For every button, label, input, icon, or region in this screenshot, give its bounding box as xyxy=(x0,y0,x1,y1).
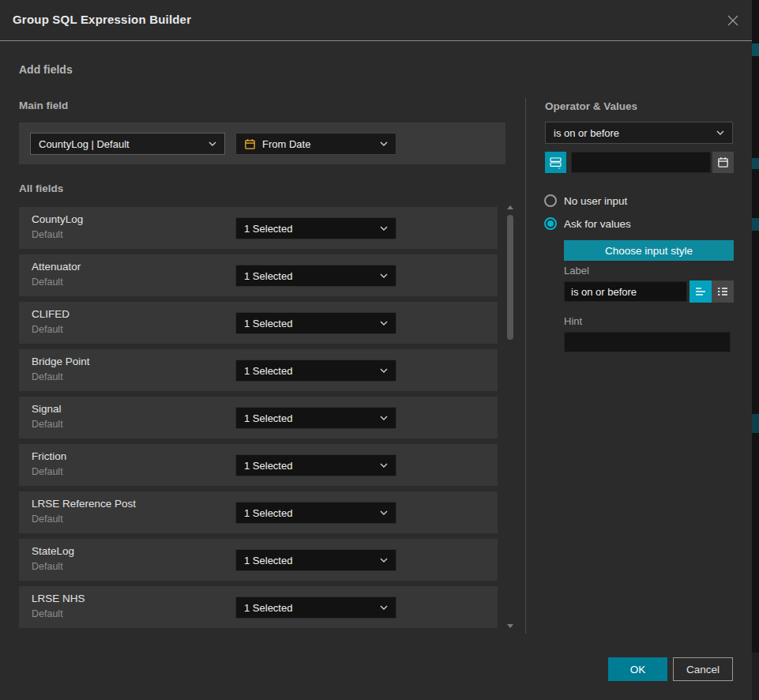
field-sublabel: Default xyxy=(32,371,63,382)
field-name: Friction xyxy=(32,450,66,462)
chevron-down-icon xyxy=(380,321,388,326)
calendar-date-icon xyxy=(244,138,256,150)
label-input[interactable] xyxy=(564,281,687,302)
field-sublabel: Default xyxy=(32,466,63,477)
chevron-down-icon xyxy=(380,368,388,373)
selected-count: 1 Selected xyxy=(244,270,380,282)
main-field-label: Main field xyxy=(19,100,68,111)
main-field-select-value: From Date xyxy=(262,138,380,150)
all-fields-label: All fields xyxy=(19,183,63,194)
background-accent-fragment xyxy=(752,43,759,56)
chevron-down-icon xyxy=(380,463,388,468)
field-selected-dropdown[interactable]: 1 Selected xyxy=(235,217,396,239)
selected-count: 1 Selected xyxy=(244,412,380,424)
main-layer-select[interactable]: CountyLog | Default xyxy=(30,133,225,155)
field-row: LRSE Reference PostDefault1 Selected xyxy=(19,491,498,533)
scroll-up-arrow[interactable] xyxy=(506,205,514,209)
field-sublabel: Default xyxy=(32,229,63,240)
background-accent-fragment xyxy=(752,414,759,433)
chevron-down-icon xyxy=(716,130,724,135)
hint-caption: Hint xyxy=(564,315,582,327)
radio-no-user-input[interactable]: No user input xyxy=(544,194,627,207)
selected-count: 1 Selected xyxy=(244,365,380,377)
selected-count: 1 Selected xyxy=(244,318,380,329)
panel-divider xyxy=(525,98,526,634)
background-accent-fragment xyxy=(752,218,759,231)
selected-count: 1 Selected xyxy=(244,507,380,519)
dialog-titlebar: Group SQL Expression Builder xyxy=(0,0,752,41)
input-type-button[interactable] xyxy=(545,152,566,173)
field-sublabel: Default xyxy=(32,608,63,619)
field-selected-dropdown[interactable]: 1 Selected xyxy=(235,359,396,382)
selected-count: 1 Selected xyxy=(244,460,380,472)
value-input[interactable] xyxy=(571,152,711,173)
radio-ask-for-values-label: Ask for values xyxy=(564,218,631,230)
chevron-down-icon xyxy=(380,141,388,146)
field-sublabel: Default xyxy=(32,561,63,572)
field-name: StateLog xyxy=(32,545,74,557)
field-selected-dropdown[interactable]: 1 Selected xyxy=(235,407,396,429)
dialog-title: Group SQL Expression Builder xyxy=(13,13,191,26)
background-accent-fragment xyxy=(752,653,759,700)
field-name: LRSE Reference Post xyxy=(32,498,136,510)
choose-input-style-button[interactable]: Choose input style xyxy=(564,240,734,261)
background-page-strip xyxy=(752,0,759,700)
field-name: CLIFED xyxy=(32,308,70,320)
main-layer-select-value: CountyLog | Default xyxy=(39,138,209,150)
field-row: SignalDefault1 Selected xyxy=(19,397,498,438)
close-icon[interactable] xyxy=(723,11,742,30)
selected-count: 1 Selected xyxy=(244,602,380,614)
main-field-band: CountyLog | Default From Date xyxy=(19,122,505,164)
background-accent-fragment xyxy=(752,158,759,169)
field-selected-dropdown[interactable]: 1 Selected xyxy=(235,549,396,571)
chevron-down-icon xyxy=(209,141,216,146)
field-selected-dropdown[interactable]: 1 Selected xyxy=(235,597,396,619)
calendar-icon xyxy=(717,156,729,168)
field-row: AttenuatorDefault1 Selected xyxy=(19,254,498,296)
field-row: LRSE NHSDefault1 Selected xyxy=(19,586,498,628)
group-sql-expression-builder-dialog: Group SQL Expression Builder Add fields … xyxy=(0,0,752,700)
hint-input[interactable] xyxy=(564,332,731,352)
date-picker-button[interactable] xyxy=(712,152,734,173)
radio-no-user-input-label: No user input xyxy=(564,195,627,207)
field-sublabel: Default xyxy=(32,277,63,288)
scroll-down-arrow[interactable] xyxy=(506,623,514,628)
bulleted-list-icon xyxy=(716,286,729,297)
field-name: Bridge Point xyxy=(32,356,90,367)
field-selected-dropdown[interactable]: 1 Selected xyxy=(235,454,396,476)
radio-selected-icon xyxy=(544,217,557,230)
field-name: Signal xyxy=(32,403,62,415)
field-name: LRSE NHS xyxy=(32,593,85,604)
chevron-down-icon xyxy=(380,605,388,610)
cancel-button[interactable]: Cancel xyxy=(673,657,733,681)
field-sublabel: Default xyxy=(32,324,63,335)
field-row: StateLogDefault1 Selected xyxy=(19,539,498,581)
operator-select[interactable]: is on or before xyxy=(545,122,733,144)
single-line-style-button[interactable] xyxy=(689,280,712,303)
field-sublabel: Default xyxy=(32,514,63,525)
chevron-down-icon xyxy=(380,273,388,278)
add-fields-heading: Add fields xyxy=(19,63,73,76)
stacked-rows-icon xyxy=(549,156,562,169)
field-selected-dropdown[interactable]: 1 Selected xyxy=(235,312,396,334)
field-row: FrictionDefault1 Selected xyxy=(19,444,498,486)
radio-ask-for-values[interactable]: Ask for values xyxy=(544,217,631,230)
field-selected-dropdown[interactable]: 1 Selected xyxy=(235,265,396,287)
screen: Group SQL Expression Builder Add fields … xyxy=(0,0,759,700)
selected-count: 1 Selected xyxy=(244,555,380,566)
chevron-down-icon xyxy=(380,558,388,563)
field-selected-dropdown[interactable]: 1 Selected xyxy=(235,502,396,524)
label-caption: Label xyxy=(564,265,589,277)
main-field-select[interactable]: From Date xyxy=(235,133,396,155)
field-name: Attenuator xyxy=(32,261,81,273)
ok-button[interactable]: OK xyxy=(608,657,667,681)
all-fields-list: CountyLogDefault1 SelectedAttenuatorDefa… xyxy=(19,207,498,634)
field-row: CLIFEDDefault1 Selected xyxy=(19,302,498,344)
align-left-lines-icon xyxy=(694,286,707,297)
chevron-down-icon xyxy=(380,416,388,420)
field-row: CountyLogDefault1 Selected xyxy=(19,207,498,249)
list-style-button[interactable] xyxy=(712,280,734,303)
field-sublabel: Default xyxy=(32,419,63,430)
scrollbar-thumb[interactable] xyxy=(507,215,513,340)
operator-select-value: is on or before xyxy=(554,127,716,139)
